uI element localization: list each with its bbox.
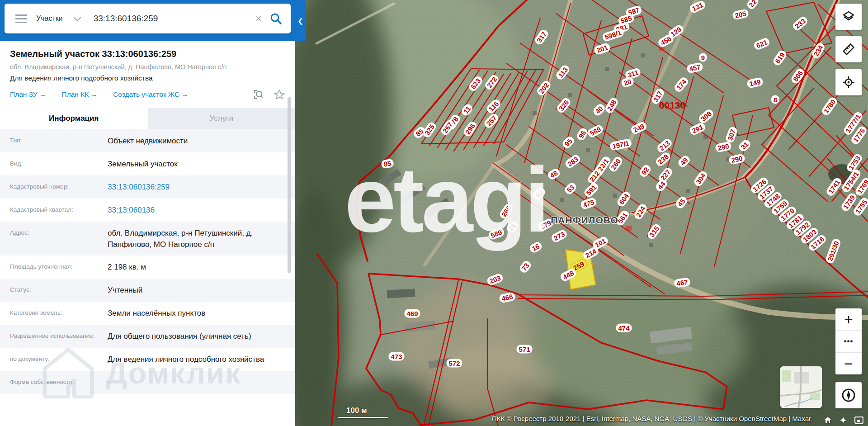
action-link[interactable]: План ЗУ → bbox=[10, 90, 47, 99]
tab-услуги[interactable]: Услуги bbox=[148, 108, 296, 129]
parcel-label[interactable]: 40 bbox=[592, 103, 606, 117]
parcel-label[interactable]: 466 bbox=[499, 292, 516, 303]
parcel-label[interactable]: 257 bbox=[483, 112, 500, 129]
parcel-label[interactable]: 475 bbox=[580, 197, 597, 210]
parcel-label[interactable]: 283 bbox=[564, 153, 582, 170]
parcel-label[interactable]: 589 bbox=[487, 227, 505, 241]
parcel-label[interactable]: 131 bbox=[689, 0, 707, 14]
parcel-label[interactable]: 203 bbox=[486, 273, 504, 286]
parcel-label[interactable]: 304 bbox=[693, 170, 709, 188]
parcel-label[interactable]: 473 bbox=[388, 352, 404, 361]
parcel-label[interactable]: 73 bbox=[518, 260, 532, 275]
parcel-label[interactable]: 266 bbox=[498, 202, 514, 220]
row-value[interactable]: 33:13:060136:259 bbox=[99, 175, 295, 199]
parcel-label[interactable]: 1741 bbox=[825, 176, 843, 197]
search-category-dropdown[interactable]: Участки bbox=[36, 14, 80, 23]
zoom-to-object-icon[interactable] bbox=[253, 89, 264, 100]
parcel-label[interactable]: 457 bbox=[686, 62, 703, 74]
parcel-label[interactable]: 11 bbox=[460, 103, 474, 117]
parcel-label[interactable]: 15 bbox=[505, 220, 519, 234]
parcel-label[interactable]: 469 bbox=[404, 309, 420, 318]
parcel-label[interactable]: 806 bbox=[790, 67, 806, 85]
fullscreen-icon[interactable] bbox=[854, 417, 863, 424]
parcel-label[interactable]: 9 bbox=[699, 53, 707, 62]
parcel-label[interactable]: 45 bbox=[674, 195, 689, 210]
parcel-label[interactable]: 621 bbox=[753, 37, 771, 51]
parcel-label[interactable]: 205 bbox=[732, 9, 749, 20]
parcel-label[interactable]: 48 bbox=[547, 167, 561, 181]
action-link[interactable]: План КК → bbox=[62, 90, 98, 99]
parcel-label[interactable]: 598/1 bbox=[601, 28, 624, 43]
parcel-label[interactable]: 202 bbox=[536, 79, 552, 97]
my-location-button[interactable] bbox=[835, 69, 862, 95]
parcel-label[interactable]: 224 bbox=[633, 203, 648, 221]
zoom-levels-button[interactable]: ••• bbox=[835, 331, 862, 353]
menu-icon[interactable] bbox=[15, 12, 27, 25]
parcel-label[interactable]: 201 bbox=[593, 43, 611, 56]
search-icon[interactable] bbox=[269, 12, 283, 25]
parcel-label[interactable]: 296 bbox=[462, 120, 478, 138]
parcel-label[interactable]: 53 bbox=[563, 181, 578, 196]
compass-button[interactable] bbox=[835, 382, 862, 408]
parcel-label[interactable]: 1780 bbox=[821, 96, 839, 117]
overview-minimap[interactable] bbox=[780, 366, 822, 408]
measure-button[interactable] bbox=[835, 36, 862, 62]
parcel-label[interactable]: 467 bbox=[674, 277, 690, 288]
parcel-label[interactable]: 16 bbox=[528, 241, 543, 254]
parcel-label[interactable]: 85 bbox=[381, 158, 394, 169]
tab-информация[interactable]: Информация bbox=[0, 108, 148, 129]
parcel-label[interactable]: 49 bbox=[677, 154, 691, 169]
layers-button[interactable] bbox=[835, 4, 862, 30]
parcel-label[interactable]: 22 bbox=[745, 0, 760, 10]
parcel-label[interactable]: 619 bbox=[772, 49, 788, 67]
clear-search-icon[interactable]: × bbox=[255, 13, 262, 24]
parcel-label[interactable]: 260 bbox=[608, 155, 624, 173]
parcel-label[interactable]: 317 bbox=[533, 28, 550, 46]
row-value[interactable]: 33:13:060136 bbox=[99, 199, 295, 222]
collapse-panel-button[interactable]: ❮ bbox=[295, 0, 306, 41]
parcel-label[interactable]: 290 bbox=[728, 153, 745, 165]
parcel-label[interactable]: 307 bbox=[725, 126, 738, 143]
parcel-label[interactable]: 308 bbox=[697, 108, 715, 124]
parcel-label[interactable]: 95 bbox=[561, 135, 576, 150]
parcel-label[interactable]: 31 bbox=[737, 138, 752, 153]
parcel-label[interactable]: 174 bbox=[673, 76, 689, 93]
quarter-label[interactable]: 60136 bbox=[659, 101, 685, 109]
parcel-label[interactable]: 52 bbox=[532, 186, 547, 201]
parcel-label[interactable]: 197/1 bbox=[609, 138, 632, 151]
compass-star-icon[interactable] bbox=[839, 416, 847, 424]
parcel-label[interactable]: 85 bbox=[412, 125, 427, 140]
parcel-label[interactable]: 233 bbox=[791, 15, 809, 32]
parcel-label[interactable]: 290 bbox=[715, 141, 732, 153]
parcel-label[interactable]: 315 bbox=[646, 222, 662, 241]
parcel-label[interactable]: 572 bbox=[446, 359, 462, 368]
parcel-label[interactable]: 234 bbox=[811, 42, 826, 60]
favorite-star-icon[interactable] bbox=[274, 89, 285, 100]
parcel-label[interactable]: 149 bbox=[746, 77, 764, 89]
parcel-label[interactable]: 273 bbox=[550, 228, 568, 243]
action-link[interactable]: Создать участок ЖС → bbox=[113, 90, 189, 99]
parcel-label[interactable]: 96 bbox=[576, 127, 589, 142]
home-icon[interactable] bbox=[824, 416, 832, 424]
parcel-label[interactable]: 291 bbox=[689, 122, 707, 136]
parcel-label[interactable]: 591 bbox=[583, 181, 600, 199]
zoom-in-button[interactable]: + bbox=[835, 308, 862, 331]
parcel-label[interactable]: 474 bbox=[616, 324, 632, 332]
parcel-label[interactable]: 291/30 bbox=[825, 237, 842, 264]
search-input[interactable] bbox=[93, 13, 255, 24]
parcel-label[interactable]: 92 bbox=[638, 164, 652, 179]
parcel-label[interactable]: 623 bbox=[467, 75, 484, 92]
panel-scrollbar[interactable] bbox=[288, 97, 291, 273]
parcel-label[interactable]: 238 bbox=[654, 151, 672, 167]
parcel-label[interactable]: 571 bbox=[516, 345, 532, 354]
parcel-label[interactable]: 326 bbox=[556, 96, 572, 114]
parcel-label[interactable]: 116 bbox=[485, 98, 502, 115]
parcel-label[interactable]: 272 bbox=[484, 73, 500, 91]
parcel-label[interactable]: 113 bbox=[555, 64, 571, 81]
parcel-label[interactable]: 213 bbox=[656, 137, 673, 154]
parcel-label[interactable]: 8 bbox=[771, 95, 779, 104]
parcel-label[interactable]: 249 bbox=[630, 121, 648, 135]
zoom-out-button[interactable]: − bbox=[835, 353, 862, 374]
parcel-label[interactable]: 248 bbox=[604, 96, 619, 114]
parcel-label[interactable]: 604 bbox=[616, 190, 632, 208]
